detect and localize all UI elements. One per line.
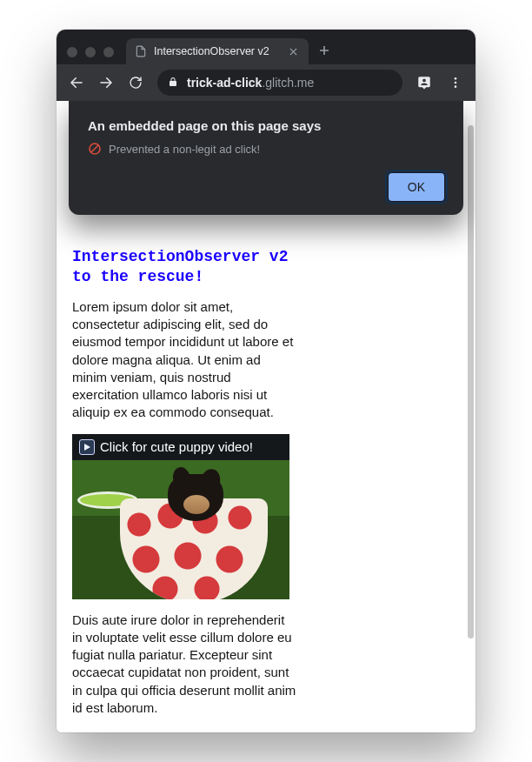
play-icon xyxy=(79,439,95,455)
page-viewport: An embedded page on this page says Preve… xyxy=(57,101,475,732)
tab-bar: IntersectionObserver v2 xyxy=(57,30,475,64)
vertical-scrollbar[interactable] xyxy=(468,108,474,725)
traffic-light-close[interactable] xyxy=(67,47,77,57)
scroll-thumb[interactable] xyxy=(468,125,474,638)
page-heading: IntersectionObserver v2 to the rescue! xyxy=(72,247,298,288)
traffic-light-zoom[interactable] xyxy=(103,47,114,57)
url-text: trick-ad-click.glitch.me xyxy=(187,76,314,90)
new-tab-button[interactable] xyxy=(312,38,336,63)
browser-window: IntersectionObserver v2 trick-ad-click.g… xyxy=(57,30,475,732)
paragraph-1: Lorem ipsum dolor sit amet, consectetur … xyxy=(72,298,298,422)
svg-marker-11 xyxy=(84,444,90,451)
forward-button[interactable] xyxy=(93,70,119,96)
traffic-light-minimize[interactable] xyxy=(85,47,96,57)
url-rest: .glitch.me xyxy=(262,76,314,90)
window-controls xyxy=(63,47,121,64)
lock-icon xyxy=(168,76,178,90)
menu-button[interactable] xyxy=(442,70,469,96)
dialog-message-row: Prevented a non-legit ad click! xyxy=(88,142,444,156)
video-ad-thumb xyxy=(72,460,289,599)
video-ad-caption: Click for cute puppy video! xyxy=(100,439,253,454)
js-alert-dialog: An embedded page on this page says Preve… xyxy=(69,101,463,215)
video-ad-card[interactable]: Click for cute puppy video! xyxy=(72,434,289,599)
page-icon xyxy=(135,45,147,57)
svg-point-6 xyxy=(455,77,457,80)
tab-title: IntersectionObserver v2 xyxy=(154,45,279,57)
svg-point-8 xyxy=(455,85,457,88)
dialog-ok-button[interactable]: OK xyxy=(389,173,444,201)
dialog-title: An embedded page on this page says xyxy=(88,118,444,133)
tab-close-button[interactable] xyxy=(286,44,300,58)
back-button[interactable] xyxy=(63,70,90,96)
svg-line-10 xyxy=(91,145,98,152)
prohibited-icon xyxy=(88,142,102,156)
video-ad-header: Click for cute puppy video! xyxy=(72,434,289,460)
profile-button[interactable] xyxy=(411,70,437,96)
dialog-message: Prevented a non-legit ad click! xyxy=(109,143,260,156)
svg-point-7 xyxy=(455,82,457,84)
address-bar[interactable]: trick-ad-click.glitch.me xyxy=(157,70,402,96)
browser-tab[interactable]: IntersectionObserver v2 xyxy=(126,38,309,64)
reload-button[interactable] xyxy=(123,70,149,96)
paragraph-2: Duis aute irure dolor in reprehenderit i… xyxy=(72,612,298,718)
toolbar: trick-ad-click.glitch.me xyxy=(57,64,475,101)
url-host: trick-ad-click xyxy=(187,76,262,90)
